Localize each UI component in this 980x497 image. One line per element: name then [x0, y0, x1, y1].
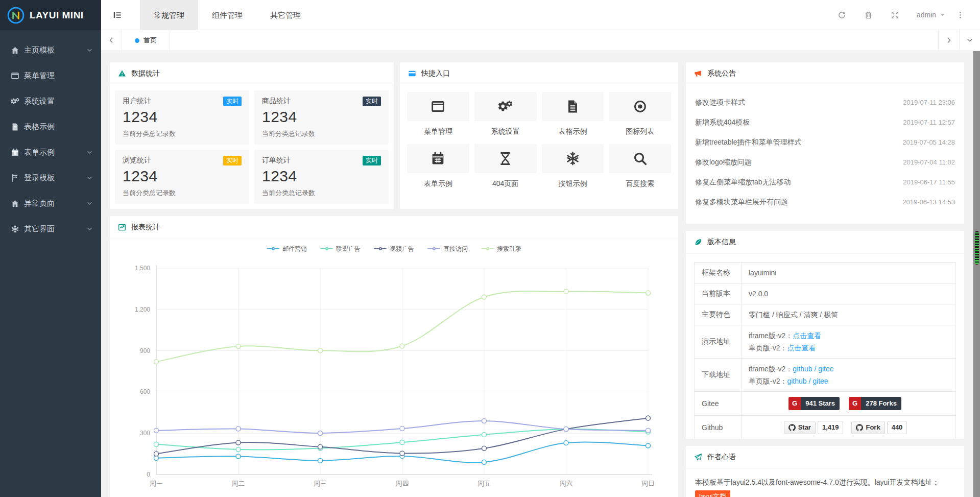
- legend-item-email[interactable]: 邮件营销: [267, 245, 307, 253]
- user-dropdown[interactable]: admin: [917, 11, 945, 19]
- clear-cache-button[interactable]: [855, 0, 882, 30]
- stat-value: 1234: [123, 168, 242, 185]
- tab-home-label: 首页: [144, 36, 157, 45]
- tab-home[interactable]: 首页: [122, 30, 170, 51]
- version-number: v2.0.0: [749, 289, 948, 299]
- active-tab-dot: [135, 38, 139, 43]
- notice-item: 修改logo缩放问题 2019-07-04 11:02: [686, 152, 964, 172]
- download-gitee-link[interactable]: gitee: [812, 377, 828, 385]
- github-star-count[interactable]: 1,419: [818, 421, 844, 434]
- notice-item: 修复左侧菜单缩放tab无法移动 2019-06-17 11:55: [686, 172, 964, 192]
- svg-text:周五: 周五: [477, 480, 491, 487]
- dot-circle-icon: [633, 99, 648, 114]
- panel-title: 数据统计: [131, 69, 160, 78]
- svg-text:周六: 周六: [560, 480, 573, 487]
- gitee-logo-icon: G: [788, 397, 801, 410]
- quick-entry-table[interactable]: 表格示例: [542, 92, 604, 144]
- fullscreen-button[interactable]: [882, 0, 909, 30]
- svg-text:周四: 周四: [396, 480, 409, 487]
- framework-name: layuimini: [749, 268, 948, 278]
- sidebar-item-label: 其它界面: [24, 224, 55, 234]
- quick-entry-menu[interactable]: 菜单管理: [407, 92, 469, 144]
- tab-operations-button[interactable]: [959, 30, 980, 51]
- gitee-forks-badge[interactable]: G278 Forks: [849, 397, 901, 410]
- app-title: LAYUI MINI: [30, 10, 84, 21]
- more-menu-button[interactable]: [952, 0, 968, 30]
- nav-tab-general[interactable]: 常规管理: [140, 0, 198, 30]
- legend-marker: [267, 246, 279, 251]
- quick-entry-form[interactable]: 表单示例: [407, 144, 469, 196]
- sidebar-item-label: 菜单管理: [24, 71, 55, 81]
- panel-title: 系统公告: [707, 69, 736, 78]
- notice-panel-header: 系统公告: [686, 62, 964, 85]
- timestamp: 2019-07-05 14:28: [902, 138, 955, 146]
- search-icon: [633, 151, 648, 166]
- nav-tab-components[interactable]: 组件管理: [198, 0, 256, 30]
- download-gitee-link[interactable]: gitee: [818, 365, 833, 373]
- svg-text:600: 600: [140, 388, 150, 395]
- notice-item: 新增treetable插件和菜单管理样式 2019-07-05 14:28: [686, 132, 964, 152]
- table-row: 主要特色 零门槛 / 响应式 / 清爽 / 极简: [695, 304, 955, 325]
- github-fork-count[interactable]: 440: [887, 421, 907, 434]
- svg-text:900: 900: [140, 347, 150, 354]
- sidebar-item-menu-management[interactable]: 菜单管理: [0, 63, 101, 88]
- stats-panel-header: 数据统计: [110, 62, 394, 85]
- table-row: Gitee G941 Stars G278 Forks: [695, 392, 955, 416]
- github-fork-button[interactable]: Fork: [851, 421, 885, 434]
- timestamp: 2019-07-11 12:57: [903, 119, 955, 126]
- sidebar-item-system-settings[interactable]: 系统设置: [0, 88, 101, 114]
- sidebar-item-other-pages[interactable]: 其它界面: [0, 216, 101, 242]
- chart-legend: 邮件营销 联盟广告 视频广告 直接访问 搜索引擎: [110, 244, 678, 254]
- quick-entry-buttons[interactable]: 按钮示例: [542, 144, 604, 196]
- legend-item-search-engine[interactable]: 搜索引擎: [481, 245, 521, 253]
- table-row: 下载地址 iframe版-v2：github / gitee 单页版-v2：gi…: [695, 359, 955, 392]
- sidebar-toggle-button[interactable]: [101, 0, 133, 30]
- file-icon: [11, 123, 19, 131]
- chevron-down-icon: [86, 226, 93, 232]
- download-github-link[interactable]: github: [787, 377, 806, 385]
- stat-card-orders: 订单统计 实时 1234 当前分类总记录数: [254, 150, 389, 204]
- svg-text:周二: 周二: [232, 480, 245, 487]
- sidebar-item-form-example[interactable]: 表单示例: [0, 139, 101, 165]
- fullscreen-icon: [891, 11, 899, 19]
- sidebar-item-table-example[interactable]: 表格示例: [0, 114, 101, 139]
- sidebar-item-error-pages[interactable]: 异常页面: [0, 191, 101, 216]
- legend-item-direct[interactable]: 直接访问: [427, 245, 468, 253]
- status-badge: 实时: [363, 97, 381, 106]
- demo-iframe-link[interactable]: 点击查看: [793, 332, 821, 340]
- nav-tab-other[interactable]: 其它管理: [256, 0, 315, 30]
- calendar-icon: [431, 151, 445, 166]
- timestamp: 2019-07-04 11:02: [903, 158, 955, 166]
- table-row: 当前版本 v2.0.0: [695, 283, 955, 304]
- quick-entry-404[interactable]: 404页面: [474, 144, 537, 196]
- legend-item-union-ads[interactable]: 联盟广告: [320, 245, 361, 253]
- quick-entry-settings[interactable]: 系统设置: [474, 92, 537, 144]
- quick-entry-baidu-search[interactable]: 百度搜索: [609, 144, 671, 196]
- legend-item-video-ads[interactable]: 视频广告: [374, 245, 414, 253]
- svg-text:0: 0: [147, 471, 150, 478]
- tab-scroll-left-button[interactable]: [101, 30, 122, 51]
- version-panel: 版本信息 框架名称 layuimini 当前版本 v2.0.0 主要特色 零门槛…: [686, 231, 964, 439]
- github-fork-widget: Fork 440: [851, 421, 907, 434]
- stat-card-users: 用户统计 实时 1234 当前分类总记录数: [115, 90, 249, 145]
- refresh-button[interactable]: [829, 0, 855, 30]
- octocat-icon: [788, 424, 796, 431]
- vertical-scrollbar[interactable]: [973, 51, 980, 497]
- sidebar-item-login-template[interactable]: 登录模板: [0, 165, 101, 191]
- flag-icon: [11, 174, 19, 182]
- github-star-button[interactable]: Star: [784, 421, 816, 434]
- layui-docs-badge[interactable]: layui文档: [695, 490, 730, 497]
- download-github-link[interactable]: github: [793, 365, 812, 373]
- tab-scroll-right-button[interactable]: [938, 30, 959, 51]
- logo[interactable]: LAYUI MINI: [0, 0, 101, 30]
- quick-entry-icons[interactable]: 图标列表: [609, 92, 671, 144]
- scrollbar-thumb[interactable]: [975, 231, 979, 265]
- leaf-icon: [694, 238, 702, 246]
- sidebar-item-home-template[interactable]: 主页模板: [0, 37, 101, 63]
- stat-subtext: 当前分类总记录数: [262, 129, 381, 138]
- table-row: 演示地址 iframe版-v2：点击查看 单页版-v2：点击查看: [695, 325, 955, 359]
- gitee-stars-badge[interactable]: G941 Stars: [788, 397, 840, 410]
- demo-onepage-link[interactable]: 点击查看: [787, 344, 816, 352]
- gears-icon: [11, 97, 19, 106]
- panel-title: 作者心语: [707, 453, 736, 462]
